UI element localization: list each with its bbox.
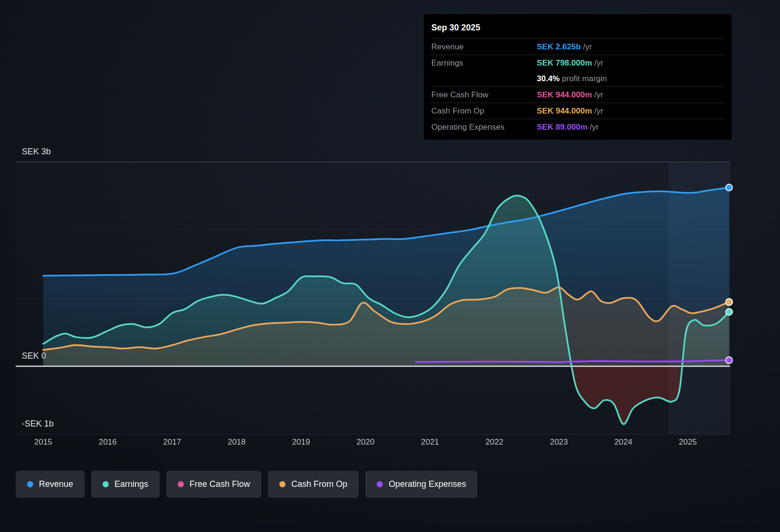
legend-item-free-cash-flow[interactable]: Free Cash Flow — [166, 471, 261, 498]
tooltip-row-value: SEK 2.625b — [537, 42, 581, 51]
tooltip-row-value: 30.4% — [537, 74, 560, 83]
tooltip: Sep 30 2025 RevenueSEK 2.625b /yrEarning… — [424, 14, 732, 140]
tooltip-row-profit-margin: 30.4% profit margin — [431, 71, 724, 86]
tooltip-rows: RevenueSEK 2.625b /yrEarningsSEK 798.000… — [431, 38, 724, 135]
tooltip-row-unit: /yr — [592, 106, 603, 115]
tooltip-row-unit: /yr — [581, 42, 592, 51]
tooltip-row-operating-expenses: Operating ExpensesSEK 89.000m /yr — [431, 119, 724, 135]
x-axis-label: 2020 — [357, 437, 375, 447]
legend-item-operating-expenses[interactable]: Operating Expenses — [365, 471, 477, 498]
legend-dot-icon — [103, 481, 109, 487]
y-axis-label: SEK 0 — [22, 351, 46, 361]
legend-item-label: Earnings — [114, 479, 148, 489]
y-axis-label: -SEK 1b — [22, 419, 54, 429]
tooltip-row-value: SEK 944.000m — [537, 106, 592, 115]
tooltip-row-unit: /yr — [592, 90, 603, 99]
legend-dot-icon — [279, 481, 285, 487]
x-axis-label: 2018 — [228, 437, 246, 447]
tooltip-row-unit: profit margin — [560, 74, 607, 83]
legend-item-revenue[interactable]: Revenue — [16, 471, 85, 498]
y-axis-label: SEK 3b — [22, 147, 51, 157]
legend-item-label: Revenue — [39, 479, 73, 489]
legend-dot-icon — [178, 481, 184, 487]
x-axis-label: 2022 — [485, 437, 504, 447]
tooltip-row-value: SEK 944.000m — [537, 90, 592, 99]
tooltip-row-label: Earnings — [431, 58, 537, 68]
legend-item-label: Operating Expenses — [389, 479, 466, 489]
legend: RevenueEarningsFree Cash FlowCash From O… — [16, 471, 477, 498]
x-axis-label: 2016 — [99, 437, 117, 447]
tooltip-row-value: SEK 798.000m — [537, 58, 592, 67]
tooltip-row-unit: /yr — [588, 123, 599, 132]
x-axis-label: 2019 — [292, 437, 310, 447]
legend-item-earnings[interactable]: Earnings — [91, 471, 160, 498]
tooltip-row-unit: /yr — [592, 58, 603, 67]
legend-dot-icon — [27, 481, 33, 487]
x-axis-label: 2023 — [550, 437, 568, 447]
x-axis-label: 2025 — [679, 437, 697, 447]
tooltip-row-label: Revenue — [431, 42, 537, 52]
legend-item-label: Cash From Op — [291, 479, 347, 489]
tooltip-row-free-cash-flow: Free Cash FlowSEK 944.000m /yr — [431, 86, 724, 103]
tooltip-row-value: SEK 89.000m — [537, 123, 588, 132]
tooltip-row-label: Cash From Op — [431, 106, 537, 116]
legend-dot-icon — [377, 481, 383, 487]
x-axis-label: 2015 — [34, 437, 52, 447]
legend-item-label: Free Cash Flow — [190, 479, 250, 489]
tooltip-row-revenue: RevenueSEK 2.625b /yr — [431, 38, 724, 55]
tooltip-date: Sep 30 2025 — [431, 18, 724, 38]
tooltip-row-label: Operating Expenses — [431, 123, 537, 132]
tooltip-row-cash-from-op: Cash From OpSEK 944.000m /yr — [431, 103, 724, 119]
x-axis-label: 2017 — [163, 437, 181, 447]
tooltip-row-label: Free Cash Flow — [431, 90, 537, 100]
tooltip-row-earnings: EarningsSEK 798.000m /yr — [431, 55, 724, 71]
x-axis-label: 2021 — [421, 437, 439, 447]
x-axis-label: 2024 — [614, 437, 632, 447]
legend-item-cash-from-op[interactable]: Cash From Op — [268, 471, 359, 498]
